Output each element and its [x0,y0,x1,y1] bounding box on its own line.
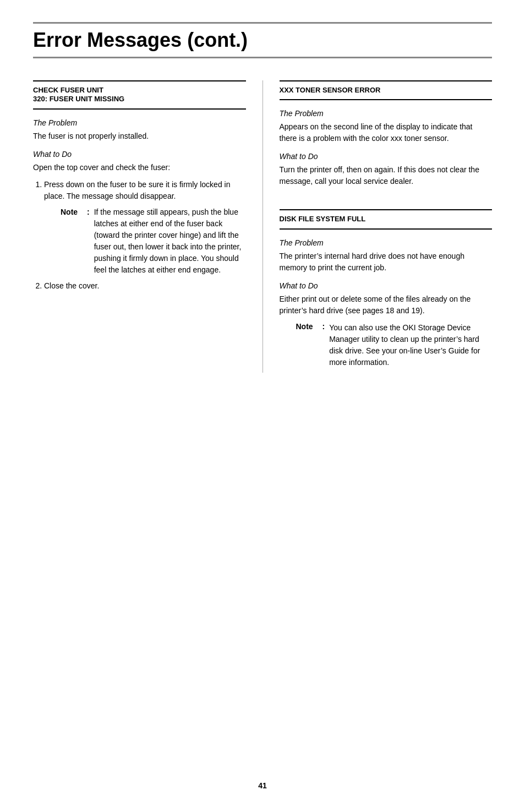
toner-problem-label: The Problem [280,109,493,118]
disk-file-system-section: DISK FILE SYSTEM FULL The Problem The pr… [280,209,493,368]
left-note-block: Note : If the message still appears, pus… [44,206,246,276]
toner-what-to-do-text: Turn the printer off, then on again. If … [280,164,493,187]
left-problem-text: The fuser is not properly installed. [33,130,246,142]
left-steps-list: Press down on the fuser to be sure it is… [33,179,246,292]
disk-note-text: You can also use the OKI Storage Device … [329,322,492,368]
toner-sensor-section-header: XXX TONER SENSOR ERROR [280,80,493,101]
disk-problem-text: The printer’s internal hard drive does n… [280,250,493,274]
disk-what-to-do-text: Either print out or delete some of the f… [280,293,493,317]
page-footer: 41 [0,781,525,790]
toner-sensor-section: XXX TONER SENSOR ERROR The Problem Appea… [280,80,493,188]
left-note-label: Note [61,206,83,276]
left-note-text: If the message still appears, push the b… [94,206,246,276]
disk-problem-label: The Problem [280,238,493,247]
disk-section-header: DISK FILE SYSTEM FULL [280,209,493,230]
toner-what-to-do-label: What to Do [280,152,493,161]
page-title: Error Messages (cont.) [33,29,492,51]
two-column-layout: CHECK FUSER UNIT 320: FUSER UNIT MISSING… [33,80,492,373]
left-what-to-do-label: What to Do [33,150,246,159]
check-fuser-section-header: CHECK FUSER UNIT 320: FUSER UNIT MISSING [33,80,246,110]
page: Error Messages (cont.) CHECK FUSER UNIT … [0,0,525,812]
disk-note-label: Note [296,322,318,368]
left-note-colon: : [87,206,90,276]
check-fuser-title-line2: 320: FUSER UNIT MISSING [33,95,246,104]
left-step-1: Press down on the fuser to be sure it is… [44,179,246,276]
left-what-to-do-intro: Open the top cover and check the fuser: [33,162,246,173]
left-step-2: Close the cover. [44,280,246,292]
disk-note-block: Note : You can also use the OKI Storage … [280,322,493,368]
check-fuser-title-line1: CHECK FUSER UNIT [33,86,246,95]
disk-what-to-do-label: What to Do [280,281,493,290]
disk-note-colon: : [322,322,325,368]
left-column: CHECK FUSER UNIT 320: FUSER UNIT MISSING… [33,80,263,373]
page-header: Error Messages (cont.) [33,22,492,58]
right-column: XXX TONER SENSOR ERROR The Problem Appea… [263,80,493,373]
page-number: 41 [258,781,267,790]
left-problem-label: The Problem [33,118,246,127]
disk-section-title: DISK FILE SYSTEM FULL [280,215,493,224]
toner-sensor-title: XXX TONER SENSOR ERROR [280,86,493,95]
toner-problem-text: Appears on the second line of the displa… [280,121,493,144]
